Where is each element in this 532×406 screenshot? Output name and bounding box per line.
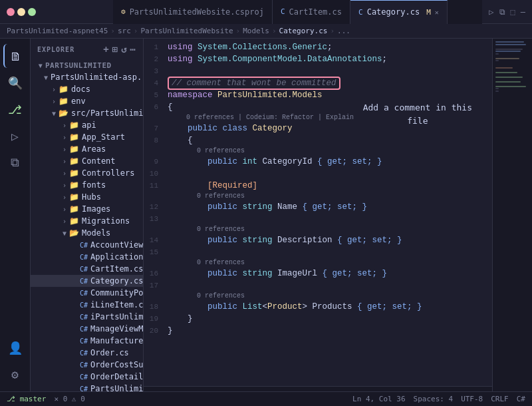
settings-btn[interactable]: ⚙ xyxy=(3,362,27,386)
communitypost-label: CommunityPost.cs xyxy=(90,288,143,298)
partscontente2-label: PartsUnlimitedConte... xyxy=(90,384,143,391)
sidebar-item-src[interactable]: ▼ 📂 src/PartsUnlimite... xyxy=(31,107,143,119)
sidebar-item-accountviewmodels[interactable]: C# AccountViewModels.cs xyxy=(31,239,143,251)
sidebar-item-hubs[interactable]: › 📁 Hubs xyxy=(31,191,143,203)
sidebar-item-appuser[interactable]: C# ApplicationUser.cs xyxy=(31,251,143,263)
minimize-icon[interactable]: — xyxy=(521,7,525,17)
debug-btn[interactable]: ▷ xyxy=(3,124,27,148)
models-label: Models xyxy=(82,228,110,238)
sidebar-item-images[interactable]: › 📁 Images xyxy=(31,203,143,215)
cs-icon-orderdetail: C# xyxy=(80,373,88,381)
encoding-indicator[interactable]: UTF-8 xyxy=(461,395,483,403)
folder-icon-controllers: 📁 xyxy=(69,168,79,178)
codelens-products: 0 references xyxy=(144,292,492,301)
breadcrumb-symbol[interactable]: ... xyxy=(337,27,350,35)
cs-icon-appuser: C# xyxy=(80,254,88,261)
cs-icon-iparts: C# xyxy=(80,313,88,321)
split-editor-icon[interactable]: ⧉ xyxy=(499,7,505,17)
folder-icon-hubs: 📁 xyxy=(69,192,79,202)
sidebar-item-ipartscontente[interactable]: C# iPartsUnlimitedConte... xyxy=(31,311,143,323)
tree-project-root[interactable]: ▼ PARTSUNLIMITED xyxy=(31,60,143,71)
new-folder-icon[interactable]: ⊞ xyxy=(112,44,118,55)
tab-csproj-label: PartsUnlimitedWebsite.csproj xyxy=(130,7,264,17)
sidebar-item-ilineitem[interactable]: C# iLineItem.cs xyxy=(31,299,143,311)
git-btn[interactable]: ⎇ xyxy=(3,97,27,121)
more-actions-icon[interactable]: ⬚ xyxy=(511,7,515,17)
code-line-12: 12 public string Name { get; set; } xyxy=(144,201,492,213)
sidebar-item-partsunlimitedconte[interactable]: C# PartsUnlimitedConte... xyxy=(31,383,143,391)
tab-cartitem-label: CartItem.cs xyxy=(289,7,342,17)
sidebar-item-manageviewmodels[interactable]: C# ManageViewModels.cs xyxy=(31,323,143,335)
sidebar-item-appstart[interactable]: › 📁 App_Start xyxy=(31,131,143,143)
run-icon[interactable]: ▷ xyxy=(489,7,493,17)
cursor-position[interactable]: Ln 4, Col 36 xyxy=(352,395,405,403)
maximize-dot[interactable] xyxy=(28,8,36,16)
sidebar-item-env[interactable]: › 📁 env xyxy=(31,95,143,107)
minimize-dot[interactable] xyxy=(17,8,25,16)
git-branch[interactable]: ⎇ master xyxy=(7,395,46,403)
breadcrumb-part-3[interactable]: PartsUnlimitedWebsite xyxy=(140,27,233,35)
search-btn[interactable]: 🔍 xyxy=(3,71,27,95)
line-ending-indicator[interactable]: CRLF xyxy=(491,395,509,403)
folder-icon-migrations: 📁 xyxy=(69,216,79,226)
sidebar-item-ordercostsummary[interactable]: C# OrderCostSummary.cs xyxy=(31,359,143,371)
tree-root[interactable]: ▼ PartsUnlimited-asp... xyxy=(31,71,143,83)
errors-count[interactable]: ✕ 0 ⚠ 0 xyxy=(54,395,84,403)
sidebar-item-communitypost[interactable]: C# CommunityPost.cs xyxy=(31,287,143,299)
code-line-19: 19 } xyxy=(144,313,492,325)
src-label: src/PartsUnlimite... xyxy=(71,108,143,118)
sidebar-item-models[interactable]: ▼ 📂 Models xyxy=(31,227,143,239)
sidebar-item-areas[interactable]: › 📁 Areas xyxy=(31,143,143,155)
explorer-btn[interactable]: 🗎 xyxy=(3,44,27,68)
cs-icon-order: C# xyxy=(80,349,88,357)
code-line-17: 17 xyxy=(144,280,492,292)
tab-close-button[interactable]: ✕ xyxy=(435,9,439,16)
sidebar-item-controllers[interactable]: › 📁 Controllers xyxy=(31,167,143,179)
tab-category[interactable]: C Category.cs M ✕ xyxy=(350,0,448,24)
code-line-3: 3 xyxy=(144,65,492,77)
ordercost-label: OrderCostSummary.cs xyxy=(90,360,143,369)
horizontal-scrollbar[interactable] xyxy=(144,386,492,391)
folder-icon-models: 📂 xyxy=(69,228,79,238)
sidebar-item-cartitem[interactable]: C# CartItem.cs xyxy=(31,263,143,275)
sidebar: EXPLORER + ⊞ ↺ ⋯ ▼ PARTSUNLIMITED ▼ Part… xyxy=(31,39,144,391)
language-indicator[interactable]: C# xyxy=(517,395,525,403)
breadcrumb-part-2[interactable]: src xyxy=(118,27,131,35)
sidebar-actions[interactable]: + ⊞ ↺ ⋯ xyxy=(103,44,136,55)
close-dot[interactable] xyxy=(7,8,15,16)
tab-csproj[interactable]: ⚙ PartsUnlimitedWebsite.csproj xyxy=(113,0,273,24)
tab-cartitem[interactable]: C CartItem.cs xyxy=(273,0,350,24)
refresh-icon[interactable]: ↺ xyxy=(121,44,127,55)
activity-bar: 🗎 🔍 ⎇ ▷ ⧉ 👤 ⚙ xyxy=(0,39,31,391)
cs-icon-ilineitem: C# xyxy=(80,302,88,309)
new-file-icon[interactable]: + xyxy=(103,44,109,55)
sidebar-item-category[interactable]: C# Category.cs M xyxy=(31,275,143,287)
sidebar-item-migrations[interactable]: › 📁 Migrations xyxy=(31,215,143,227)
title-bar-right: ▷ ⧉ ⬚ — xyxy=(482,7,532,17)
docs-label: docs xyxy=(71,85,90,94)
breadcrumb-part-4[interactable]: Models xyxy=(243,27,269,35)
breadcrumb-part-1[interactable]: PartsUnlimited-aspnet45 xyxy=(7,27,108,35)
sidebar-title: EXPLORER xyxy=(37,46,74,53)
account-btn[interactable]: 👤 xyxy=(3,335,27,359)
sidebar-item-manufacturer[interactable]: C# Manufacturer.cs xyxy=(31,335,143,347)
sidebar-item-api[interactable]: › 📁 api xyxy=(31,119,143,131)
extensions-btn[interactable]: ⧉ xyxy=(3,150,27,174)
sidebar-item-content[interactable]: › 📁 Content xyxy=(31,155,143,167)
status-left: ⎇ master ✕ 0 ⚠ 0 xyxy=(7,395,85,403)
collapse-icon[interactable]: ⋯ xyxy=(130,44,136,55)
code-line-5: 5 namespace PartsUnlimited.Models xyxy=(144,89,492,101)
sidebar-item-fonts[interactable]: › 📁 fonts xyxy=(31,179,143,191)
breadcrumb-current[interactable]: Category.cs xyxy=(279,27,328,35)
sidebar-item-orderdetail[interactable]: C# OrderDetail.cs xyxy=(31,371,143,383)
editor-content[interactable]: Add a comment in this file 1 using Syste… xyxy=(144,39,492,386)
project-root-label: PARTSUNLIMITED xyxy=(45,61,112,70)
cs-icon-accountvm: C# xyxy=(80,242,88,249)
root-label: PartsUnlimited-asp... xyxy=(51,73,143,82)
tabs-bar: ⚙ PartsUnlimitedWebsite.csproj C CartIte… xyxy=(113,0,482,24)
sidebar-item-order[interactable]: C# Order.cs xyxy=(31,347,143,359)
code-line-16: 16 public string ImageUrl { get; set; } xyxy=(144,268,492,280)
code-line-8: 8 { xyxy=(144,134,492,146)
spaces-indicator[interactable]: Spaces: 4 xyxy=(414,395,454,403)
sidebar-item-docs[interactable]: › 📁 docs xyxy=(31,83,143,95)
